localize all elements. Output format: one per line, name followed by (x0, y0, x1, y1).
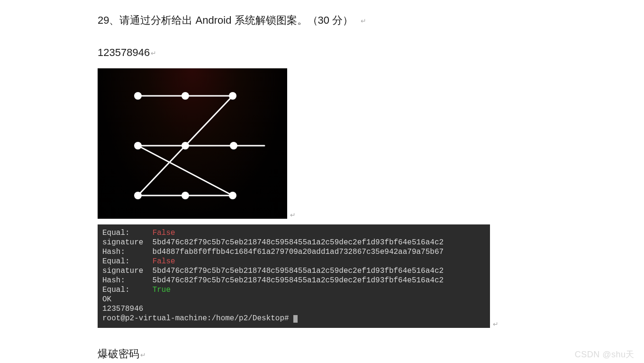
svg-point-1 (181, 92, 189, 100)
paragraph-mark-icon: ↵ (140, 351, 146, 359)
paragraph-mark-icon: ↵ (290, 211, 296, 219)
subheading-content: 爆破密码 (98, 348, 139, 360)
android-pattern-image (98, 68, 287, 219)
question-content: 29、请通过分析给出 Android 系统解锁图案。（30 分） (98, 14, 353, 26)
answer-content: 123578946 (98, 47, 150, 58)
terminal-output: Equal: False signature 5bd476c82f79c5b7c… (98, 224, 490, 328)
subheading-text: 爆破密码↵ (98, 347, 571, 361)
svg-point-6 (134, 192, 142, 199)
paragraph-mark-icon: ↵ (151, 49, 156, 57)
paragraph-mark-icon: ↵ (361, 17, 366, 25)
watermark-text: CSDN @shu天 (575, 349, 635, 360)
svg-point-3 (134, 142, 142, 149)
paragraph-mark-icon: ↵ (493, 320, 499, 328)
question-text: 29、请通过分析给出 Android 系统解锁图案。（30 分） ↵ (98, 13, 571, 28)
svg-point-2 (229, 92, 236, 100)
svg-point-0 (134, 92, 142, 100)
svg-point-5 (230, 142, 237, 149)
svg-point-8 (229, 192, 236, 199)
svg-point-7 (181, 192, 189, 199)
answer-text: 123578946↵ (98, 47, 571, 59)
svg-point-4 (181, 142, 189, 149)
